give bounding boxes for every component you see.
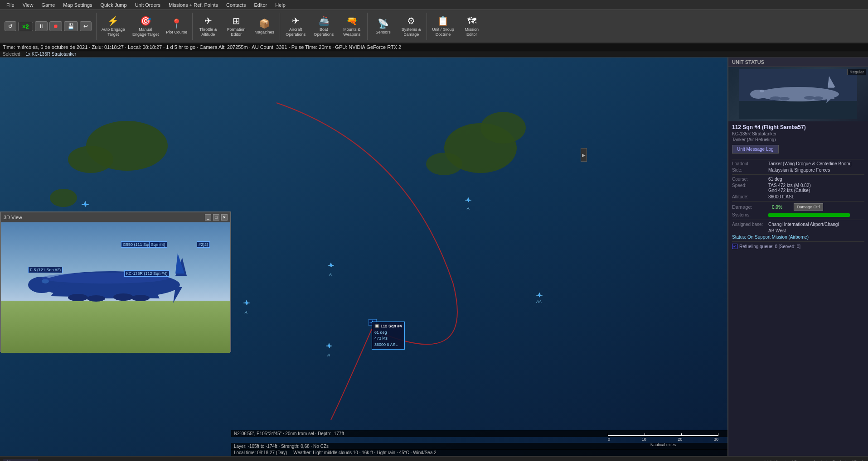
3d-view-restore-button[interactable]: □ [213, 214, 219, 221]
manual-engage-label: ManualEngage Target [132, 27, 159, 37]
menu-editor[interactable]: Editor [250, 1, 271, 9]
3d-view-window: 3D View _ □ ✕ [0, 211, 231, 352]
unit-details: 112 Sqn #4 (Flight Samba57) KC-135R Stra… [728, 121, 868, 252]
sensors-label: Sensors [376, 30, 391, 35]
menu-missions[interactable]: Missions + Ref. Points [165, 1, 222, 9]
status-value: Status: On Support Mission (Airborne) [732, 235, 864, 240]
unit-group-doctrine-button[interactable]: 📋 Unit / GroupDoctrine [429, 11, 457, 42]
throttle-altitude-button[interactable]: ✈ Throttle &Altitude [194, 11, 222, 42]
detail-divider-3 [732, 201, 864, 202]
refueling-checkbox[interactable]: ✓ [732, 244, 737, 249]
svg-point-26 [780, 97, 790, 101]
unit-label-a3: A [327, 353, 330, 357]
mounts-weapons-icon: 🔫 [346, 15, 358, 26]
course-row: Course: 61 deg [732, 177, 864, 182]
unit-marker-1[interactable] [81, 200, 90, 208]
3d-view-minimize-button[interactable]: _ [205, 214, 211, 221]
map-area[interactable]: A A A A 🔲 1 [0, 58, 727, 456]
unit-marker-5[interactable] [465, 197, 472, 203]
undo-button[interactable]: ↩ [80, 21, 92, 31]
mission-editor-button[interactable]: 🗺 MissionEditor [458, 11, 485, 42]
menu-help[interactable]: Help [272, 1, 289, 9]
altitude-row: Altitude: 36000 ft ASL [732, 194, 864, 199]
3d-view-close-button[interactable]: ✕ [221, 214, 228, 221]
systems-damage-button[interactable]: ⚙ Systems &Damage [398, 11, 425, 42]
menu-quickjump[interactable]: Quick Jump [97, 1, 131, 9]
panel-collapse-button[interactable]: ▶ [581, 148, 587, 162]
selected-bar: Selected: 1x KC-135R Stratotanker [0, 51, 868, 58]
menu-view[interactable]: View [19, 1, 37, 9]
magazines-button[interactable]: 📦 Magazines [251, 11, 278, 42]
save-button[interactable]: 💾 [64, 21, 78, 31]
scale-label-30: 30 [714, 437, 718, 442]
course-label: Course: [732, 177, 768, 182]
unit-label-aa: AA [536, 299, 542, 304]
play-button-15s[interactable]: ▶ [786, 459, 790, 461]
toolbar-sep-5 [427, 13, 427, 40]
sim-controls: ↺ ×2 ⏸ ⏺ 💾 ↩ [2, 21, 94, 31]
unit-message-log-button[interactable]: Unit Message Log [732, 145, 779, 154]
damage-label: Damage: [732, 204, 768, 210]
speed-row: Speed: TAS 472 kts (M 0.82) Gnd 472 kts … [732, 183, 864, 193]
loop-button[interactable]: ↺ [5, 21, 16, 31]
side-value: Malaysian & Singapore Forces [768, 168, 864, 173]
unit-marker-4[interactable] [243, 300, 250, 306]
unit-marker-2[interactable] [327, 262, 335, 269]
toolbar-sep-4 [367, 13, 368, 40]
unit-group-doctrine-icon: 📋 [437, 15, 449, 26]
bottom-strip: Message Log Unit View ▶ 15 sec ▶ 1 min ▶… [0, 456, 868, 461]
formation-editor-button[interactable]: ⊞ FormationEditor [223, 11, 250, 42]
menu-game[interactable]: Game [38, 1, 58, 9]
manual-engage-button[interactable]: 🎯 ManualEngage Target [129, 11, 162, 42]
scale-fill-3 [682, 435, 718, 436]
pause-button[interactable]: ⏸ [35, 21, 48, 31]
menu-contacts[interactable]: Contacts [223, 1, 249, 9]
plot-course-icon: 📍 [171, 18, 182, 29]
mounts-weapons-button[interactable]: 🔫 Mounts &Weapons [338, 11, 365, 42]
menu-unitorders[interactable]: Unit Orders [131, 1, 164, 9]
play-button-1m[interactable]: ▶ [807, 459, 811, 461]
throttle-altitude-icon: ✈ [204, 15, 212, 26]
scale-bar: 0 10 20 30 Nautical miles [608, 433, 718, 447]
boat-operations-label: BoatOperations [314, 27, 334, 37]
unit-label-a4: A [245, 310, 247, 315]
svg-point-28 [813, 96, 823, 100]
boat-operations-button[interactable]: 🚢 BoatOperations [310, 11, 337, 42]
auto-engage-button[interactable]: ⚡ Auto EngageTarget [98, 11, 128, 42]
unit-marker-3[interactable] [325, 343, 333, 349]
throttle-altitude-label: Throttle &Altitude [199, 27, 217, 37]
unit-status-panel: UNIT STATUS Regular [727, 58, 868, 456]
scale-line [608, 433, 718, 436]
toolbar-sep-2 [192, 13, 193, 40]
status-row: Status: On Support Mission (Airborne) [732, 235, 864, 240]
menu-mapsettings[interactable]: Map Settings [59, 1, 96, 9]
unit-group-doctrine-label: Unit / GroupDoctrine [432, 27, 454, 37]
formation-editor-label: FormationEditor [227, 27, 246, 37]
record-button[interactable]: ⏺ [49, 21, 62, 31]
menu-file[interactable]: File [3, 1, 18, 9]
damage-value: 0.0% [772, 205, 790, 210]
3d-view-titlebar: 3D View _ □ ✕ [1, 212, 230, 222]
layer-text: Layer: -105ft to -174ft · Strength: 0,68… [234, 444, 329, 449]
scale-label-0: 0 [608, 437, 610, 442]
systems-damage-icon: ⚙ [407, 15, 415, 26]
scale-fill-2 [645, 435, 681, 436]
sensors-button[interactable]: 📡 Sensors [369, 11, 397, 42]
boat-operations-icon: 🚢 [318, 15, 330, 26]
detail-divider-5 [732, 241, 864, 242]
weather-text: Weather: Light middle clouds 10 · 16k ft… [293, 450, 436, 455]
damage-ctrl-button[interactable]: Damage Ctrl [794, 203, 823, 211]
unit-aircraft-role: Tanker (Air Refueling) [732, 137, 864, 142]
message-log-tab[interactable]: Message Log [3, 459, 38, 461]
aircraft-operations-icon: ✈ [292, 15, 300, 26]
play-button-15m[interactable]: ▶ [845, 459, 850, 461]
aircraft-operations-button[interactable]: ✈ AircraftOperations [282, 11, 309, 42]
direction-row: AB West [732, 228, 864, 233]
unit-marker-6[interactable] [536, 292, 543, 298]
plot-course-button[interactable]: 📍 Plot Course [163, 11, 190, 42]
play-button-5m[interactable]: ▶ [826, 459, 831, 461]
mounts-weapons-label: Mounts &Weapons [343, 27, 360, 37]
unit-label-a2: A [329, 272, 332, 277]
toolbar-sep-1 [96, 13, 97, 40]
unit-box-course: 61 deg [374, 330, 402, 336]
